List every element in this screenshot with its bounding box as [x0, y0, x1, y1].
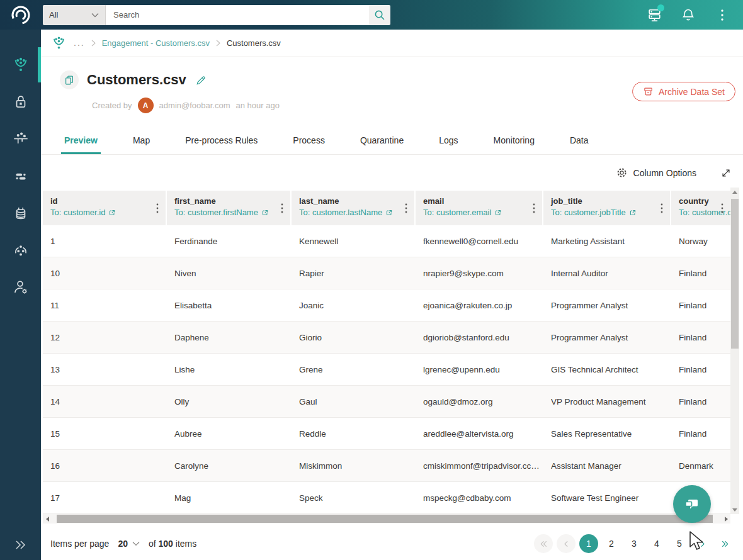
page-number-button[interactable]: 2 [602, 534, 621, 553]
chevron-down-icon [91, 13, 99, 18]
pagination-bar: Items per page 20 of 100 items [41, 527, 743, 560]
search-scope-dropdown[interactable]: All [43, 5, 106, 25]
last-page-button[interactable] [715, 534, 734, 553]
horizontal-scrollbar-thumb[interactable] [57, 515, 713, 523]
archive-button-label: Archive Data Set [659, 87, 725, 97]
column-menu-button[interactable] [658, 202, 666, 215]
vertical-scrollbar-thumb[interactable] [731, 199, 739, 349]
horizontal-scrollbar[interactable] [43, 514, 730, 524]
table-row: 17 Mag Speck mspeckg@cdbaby.com Software… [43, 482, 730, 514]
column-menu-button[interactable] [278, 202, 286, 215]
chevron-right-icon [216, 40, 220, 47]
table-cell: Niven [167, 269, 292, 278]
lock-icon [12, 93, 30, 111]
tab[interactable]: Preview [47, 126, 115, 154]
preview-table: id To: customer.id [43, 191, 730, 514]
scroll-up-button[interactable] [730, 188, 739, 196]
vertical-scrollbar[interactable] [730, 188, 739, 514]
expand-table-button[interactable] [720, 167, 732, 179]
search-button[interactable] [369, 5, 390, 25]
column-menu-button[interactable] [402, 202, 410, 215]
chat-bubbles-icon [683, 495, 701, 513]
tab[interactable]: Pre-process Rules [167, 126, 275, 154]
breadcrumb-parent-link[interactable]: Engagement - Customers.csv [102, 38, 210, 48]
column-mapping-link[interactable]: To: customer.firstName [174, 208, 275, 217]
column-mapping-link[interactable]: To: customer.id [50, 208, 150, 217]
breadcrumb-collapsed[interactable]: ... [74, 38, 85, 48]
kebab-icon [402, 202, 410, 215]
gear-icon [616, 167, 628, 179]
column-menu-button[interactable] [530, 202, 538, 215]
column-name: id [50, 196, 150, 206]
app-logo[interactable] [0, 0, 41, 30]
governance-icon [11, 130, 30, 148]
scroll-down-button[interactable] [730, 505, 739, 514]
notifications-button[interactable] [680, 7, 696, 23]
sidebar-item-engagement[interactable] [0, 55, 41, 75]
external-link-icon [108, 209, 116, 216]
sidebar-item-catalog[interactable] [0, 203, 41, 223]
column-mapping-link[interactable]: To: customer.jobTitle [551, 208, 655, 217]
cluedin-logo-icon [10, 4, 31, 26]
double-chevron-right-icon [13, 537, 28, 552]
table-cell: Denmark [671, 461, 730, 471]
sidebar-item-streams[interactable] [0, 166, 41, 186]
sidebar-item-deduplication[interactable] [0, 240, 41, 260]
page-number-button[interactable]: 3 [625, 534, 644, 553]
scroll-right-button[interactable] [722, 514, 730, 524]
tab[interactable]: Monitoring [476, 126, 552, 154]
sidebar-item-administration[interactable] [0, 277, 41, 298]
table-cell: Internal Auditor [543, 269, 671, 278]
sidebar-item-vault[interactable] [0, 92, 41, 112]
archive-dataset-button[interactable]: Archive Data Set [632, 82, 735, 101]
previous-page-button[interactable] [557, 534, 576, 553]
column-header: id To: customer.id [43, 191, 167, 225]
table-cell: 15 [43, 429, 167, 439]
page-number-button[interactable]: 5 [670, 534, 689, 553]
table-cell: Reddle [292, 429, 416, 439]
column-menu-button[interactable] [718, 202, 726, 215]
archive-icon [643, 86, 654, 97]
scroll-left-button[interactable] [43, 514, 52, 524]
column-menu-button[interactable] [154, 202, 161, 215]
global-search: All [43, 5, 390, 25]
table-cell: ejoanica@rakuten.co.jp [416, 301, 543, 310]
table-cell: Mag [167, 493, 292, 503]
tab[interactable]: Logs [421, 126, 475, 154]
tab[interactable]: Quarantine [343, 126, 421, 154]
tab-label: Data [570, 135, 589, 145]
table-cell: Finland [671, 333, 730, 342]
page-size-dropdown[interactable]: 20 [118, 539, 140, 549]
page-number-button[interactable]: 4 [647, 534, 666, 553]
column-mapping-link[interactable]: To: customer.c [679, 208, 715, 217]
column-mapping-link[interactable]: To: customer.lastName [299, 208, 399, 217]
table-cell: Olly [167, 397, 292, 406]
tab-label: Process [293, 135, 325, 145]
column-options-button[interactable]: Column Options [616, 167, 696, 179]
sidebar-expand-button[interactable] [0, 537, 41, 552]
table-cell: Gaul [292, 397, 416, 406]
table-cell: areddlee@altervista.org [416, 429, 543, 439]
column-mapping-link[interactable]: To: customer.email [423, 208, 527, 217]
more-menu-button[interactable] [714, 7, 730, 23]
tab[interactable]: Process [275, 126, 343, 154]
database-icon [12, 204, 30, 222]
top-bar: All [0, 0, 743, 30]
table-cell: Finland [671, 429, 730, 439]
chat-fab-button[interactable] [673, 485, 711, 523]
table-cell: 10 [43, 269, 167, 278]
page-size-controls: Items per page 20 of 100 items [50, 539, 196, 549]
data-sources-button[interactable] [646, 7, 662, 23]
column-mapping-label: To: customer.jobTitle [551, 208, 626, 217]
tab[interactable]: Data [552, 126, 606, 154]
breadcrumb: ... Engagement - Customers.csv Customers… [41, 30, 743, 57]
sidebar-item-governance[interactable] [0, 129, 41, 149]
first-page-button[interactable] [534, 534, 553, 553]
search-input[interactable] [106, 5, 369, 25]
page-number-label: 4 [654, 539, 659, 549]
external-link-icon [629, 209, 637, 216]
page-number-button[interactable]: 1 [579, 534, 598, 553]
tab[interactable]: Map [115, 126, 167, 154]
next-page-button[interactable] [693, 534, 712, 553]
edit-title-button[interactable] [195, 74, 207, 86]
